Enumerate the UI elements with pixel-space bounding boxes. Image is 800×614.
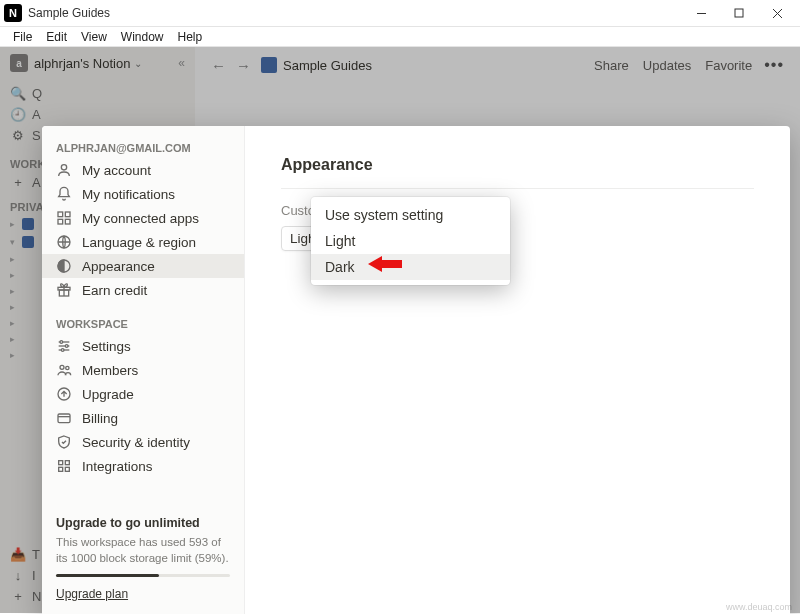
settings-nav-integrations[interactable]: Integrations (42, 454, 244, 478)
dropdown-option-light[interactable]: Light (311, 228, 510, 254)
svg-marker-28 (368, 256, 402, 272)
svg-rect-8 (65, 219, 70, 224)
settings-nav-security[interactable]: Security & identity (42, 430, 244, 454)
person-icon (56, 162, 76, 178)
settings-nav-connected-apps[interactable]: My connected apps (42, 206, 244, 230)
settings-nav-upgrade[interactable]: Upgrade (42, 382, 244, 406)
svg-point-20 (66, 366, 69, 369)
sliders-icon (56, 338, 76, 354)
svg-rect-22 (58, 414, 70, 423)
menu-edit[interactable]: Edit (39, 30, 74, 44)
settings-nav-my-account[interactable]: My account (42, 158, 244, 182)
blocks-icon (56, 458, 76, 474)
dropdown-option-dark[interactable]: Dark (311, 254, 510, 280)
settings-section-account: ALPHRJAN@GMAIL.COM (42, 136, 244, 158)
settings-nav-earn-credit[interactable]: Earn credit (42, 278, 244, 302)
svg-rect-25 (65, 461, 69, 465)
upgrade-plan-link[interactable]: Upgrade plan (56, 587, 230, 601)
menu-view[interactable]: View (74, 30, 114, 44)
annotation-arrow-icon (368, 254, 402, 278)
svg-point-4 (61, 165, 66, 170)
credit-card-icon (56, 410, 76, 426)
settings-nav-settings[interactable]: Settings (42, 334, 244, 358)
settings-sidebar: ALPHRJAN@GMAIL.COM My account My notific… (42, 126, 245, 614)
page-title: Appearance (281, 156, 754, 174)
notion-app-icon: N (4, 4, 22, 22)
window-close-button[interactable] (758, 0, 796, 26)
svg-rect-7 (58, 219, 63, 224)
settings-upgrade-callout: Upgrade to go unlimited This workspace h… (42, 506, 244, 611)
storage-progress-bar (56, 574, 230, 577)
menu-window[interactable]: Window (114, 30, 171, 44)
svg-rect-26 (59, 467, 63, 471)
svg-point-19 (60, 365, 64, 369)
globe-icon (56, 234, 76, 250)
window-minimize-button[interactable] (682, 0, 720, 26)
arrow-up-icon (56, 386, 76, 402)
svg-point-18 (61, 349, 64, 352)
settings-nav-notifications[interactable]: My notifications (42, 182, 244, 206)
appearance-icon (56, 258, 76, 274)
grid-icon (56, 210, 76, 226)
upgrade-title: Upgrade to go unlimited (56, 516, 230, 530)
menu-file[interactable]: File (6, 30, 39, 44)
gift-icon (56, 282, 76, 298)
settings-section-workspace: WORKSPACE (42, 312, 244, 334)
svg-rect-24 (59, 461, 63, 465)
settings-nav-billing[interactable]: Billing (42, 406, 244, 430)
watermark-text: www.deuaq.com (726, 602, 792, 612)
window-title: Sample Guides (28, 6, 682, 20)
settings-nav-language[interactable]: Language & region (42, 230, 244, 254)
dropdown-option-system[interactable]: Use system setting (311, 202, 510, 228)
svg-rect-1 (735, 9, 743, 17)
svg-point-17 (65, 345, 68, 348)
window-titlebar: N Sample Guides (0, 0, 800, 27)
shield-icon (56, 434, 76, 450)
settings-nav-appearance[interactable]: Appearance (42, 254, 244, 278)
divider (281, 188, 754, 189)
svg-point-16 (60, 341, 63, 344)
appearance-dropdown: Use system setting Light Dark (311, 197, 510, 285)
svg-rect-5 (58, 212, 63, 217)
bell-icon (56, 186, 76, 202)
svg-rect-27 (65, 467, 69, 471)
svg-rect-6 (65, 212, 70, 217)
window-maximize-button[interactable] (720, 0, 758, 26)
settings-nav-members[interactable]: Members (42, 358, 244, 382)
people-icon (56, 362, 76, 378)
app-menubar: File Edit View Window Help (0, 27, 800, 47)
menu-help[interactable]: Help (171, 30, 210, 44)
upgrade-description: This workspace has used 593 of its 1000 … (56, 534, 230, 566)
